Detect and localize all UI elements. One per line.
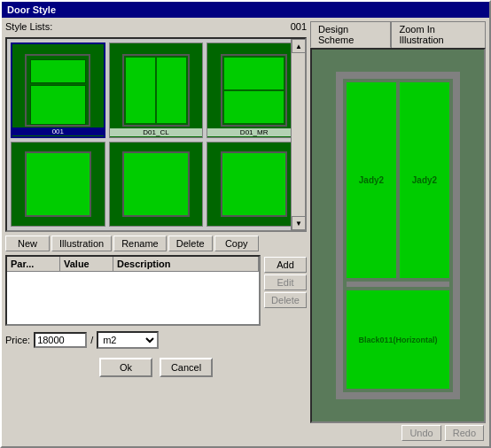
params-body <box>7 272 259 321</box>
door-panel-right-label: Jady2 <box>412 175 437 185</box>
door-panel-right: Jady2 <box>400 82 449 278</box>
thumb-label-D01_CL: D01_CL <box>110 128 203 136</box>
tab-zoom-illustration[interactable]: Zoom In Illustration <box>391 21 486 48</box>
style-lists-label: Style Lists: <box>5 21 52 32</box>
params-header: Par... Value Description <box>7 257 259 272</box>
price-label: Price: <box>5 335 30 345</box>
tab-design-scheme[interactable]: Design Scheme <box>310 21 391 48</box>
window-title: Door Style <box>7 4 56 15</box>
cancel-button[interactable]: Cancel <box>160 358 213 377</box>
door-divider <box>347 282 449 287</box>
action-buttons-row: New Illustration Rename Delete Copy <box>5 236 307 251</box>
edit-param-button[interactable]: Edit <box>264 274 307 290</box>
copy-button[interactable]: Copy <box>214 236 259 251</box>
undo-redo-row: Undo Redo <box>310 423 486 443</box>
thumb-label-001: 001 <box>12 127 104 135</box>
scroll-track <box>292 53 305 216</box>
door-bottom-panel: Black011(Horizontal) <box>347 290 449 389</box>
redo-button[interactable]: Redo <box>445 425 484 441</box>
params-action-buttons: Add Edit Delete <box>264 255 307 326</box>
price-unit-select[interactable]: m2 <box>97 331 159 349</box>
scroll-up-btn[interactable]: ▲ <box>292 39 306 53</box>
price-input[interactable] <box>34 332 87 348</box>
right-panel: Design Scheme Zoom In Illustration Jady2… <box>310 21 486 443</box>
tabs-row: Design Scheme Zoom In Illustration <box>310 21 486 48</box>
params-col-par: Par... <box>7 257 60 271</box>
new-button[interactable]: New <box>5 236 50 251</box>
params-col-desc: Description <box>113 257 259 271</box>
thumbnail-scrollbar[interactable]: ▲ ▼ <box>291 39 305 230</box>
left-panel: Style Lists: 001 001 <box>5 21 307 443</box>
rename-button[interactable]: Rename <box>113 236 167 251</box>
thumbnail-5[interactable] <box>109 142 204 227</box>
door-top-panels: Jady2 Jady2 <box>347 82 449 278</box>
params-section: Par... Value Description Add Edit Delete <box>5 255 307 326</box>
thumb-label-D01_MR: D01_MR <box>207 128 300 136</box>
price-slash: / <box>90 335 93 345</box>
door-frame: Jady2 Jady2 Black011(Horizontal) <box>336 72 460 399</box>
door-bottom-label: Black011(Horizontal) <box>358 336 437 344</box>
params-col-value: Value <box>60 257 113 271</box>
door-panel-left: Jady2 <box>347 82 396 278</box>
thumbnail-D01_MR[interactable]: D01_MR <box>207 42 301 138</box>
illustration-button[interactable]: Illustration <box>51 236 112 251</box>
thumbnail-4[interactable] <box>11 142 105 227</box>
price-row: Price: / m2 <box>5 329 307 351</box>
style-lists-counter: 001 <box>291 21 307 32</box>
thumbnail-001[interactable]: 001 <box>11 42 105 138</box>
thumbnail-grid: 001 D01_CL <box>7 39 305 230</box>
delete-param-button[interactable]: Delete <box>264 292 307 308</box>
thumbnail-area: 001 D01_CL <box>5 37 307 232</box>
params-table: Par... Value Description <box>5 255 261 326</box>
add-param-button[interactable]: Add <box>264 257 307 273</box>
undo-button[interactable]: Undo <box>401 425 440 441</box>
door-panel-left-label: Jady2 <box>359 175 384 185</box>
thumbnail-D01_CL[interactable]: D01_CL <box>109 42 204 138</box>
ok-cancel-row: Ok Cancel <box>5 354 307 379</box>
title-bar: Door Style <box>2 2 489 18</box>
params-table-section: Par... Value Description <box>5 255 261 326</box>
scroll-down-btn[interactable]: ▼ <box>292 216 306 230</box>
style-lists-header: Style Lists: 001 <box>5 21 307 32</box>
door-style-window: Door Style Style Lists: 001 0 <box>0 0 491 448</box>
ok-button[interactable]: Ok <box>99 358 152 377</box>
design-preview: Jady2 Jady2 Black011(Horizontal) <box>310 48 486 423</box>
thumbnail-6[interactable] <box>207 142 301 227</box>
delete-button[interactable]: Delete <box>168 236 213 251</box>
